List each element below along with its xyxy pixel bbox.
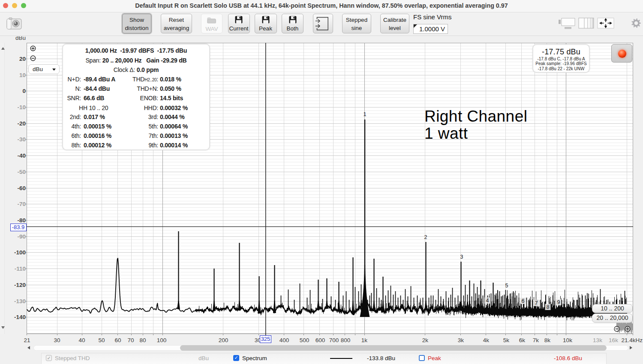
svg-text:-100: -100 xyxy=(14,249,26,256)
svg-text:80: 80 xyxy=(139,337,146,343)
svg-text:1: 1 xyxy=(364,111,367,117)
svg-text:70: 70 xyxy=(127,337,134,343)
svg-text:10: 10 xyxy=(19,72,26,78)
svg-text:-90: -90 xyxy=(17,233,26,240)
svg-text:6k: 6k xyxy=(519,337,526,343)
svg-text:8k: 8k xyxy=(544,337,551,343)
svg-text:7k: 7k xyxy=(533,337,539,343)
svg-text:800: 800 xyxy=(341,337,351,343)
svg-text:100: 100 xyxy=(157,337,167,343)
svg-text:21.4kHz: 21.4kHz xyxy=(621,337,643,343)
svg-text:0: 0 xyxy=(22,88,26,94)
svg-text:7: 7 xyxy=(535,300,538,306)
svg-text:200: 200 xyxy=(219,337,228,343)
svg-text:30: 30 xyxy=(54,337,60,343)
svg-text:5k: 5k xyxy=(503,337,510,343)
svg-text:3: 3 xyxy=(460,254,463,260)
svg-text:-110: -110 xyxy=(15,266,26,272)
svg-text:60: 60 xyxy=(114,337,121,343)
svg-text:-10: -10 xyxy=(17,104,26,110)
svg-text:40: 40 xyxy=(78,337,85,343)
svg-text:6: 6 xyxy=(522,298,525,304)
svg-text:-140: -140 xyxy=(14,314,26,320)
svg-text:13k: 13k xyxy=(593,337,602,343)
svg-text:400: 400 xyxy=(279,337,289,343)
svg-text:2k: 2k xyxy=(422,337,429,343)
svg-text:-120: -120 xyxy=(14,282,26,288)
svg-text:4k: 4k xyxy=(483,337,490,343)
svg-text:8: 8 xyxy=(547,304,550,310)
svg-text:20: 20 xyxy=(19,56,26,62)
svg-text:21: 21 xyxy=(24,337,30,343)
svg-text:-60: -60 xyxy=(17,185,26,191)
svg-text:dBu: dBu xyxy=(15,36,26,41)
svg-text:5: 5 xyxy=(505,283,508,289)
svg-text:2: 2 xyxy=(424,234,427,240)
svg-text:-40: -40 xyxy=(17,152,26,159)
svg-text:9: 9 xyxy=(557,299,560,305)
svg-text:-30: -30 xyxy=(17,136,26,143)
svg-text:10k: 10k xyxy=(563,337,572,343)
svg-text:4: 4 xyxy=(486,298,489,304)
svg-text:16k: 16k xyxy=(609,337,618,343)
svg-text:-50: -50 xyxy=(17,169,26,175)
svg-text:-130: -130 xyxy=(14,298,26,304)
svg-text:-70: -70 xyxy=(17,201,26,207)
svg-text:600: 600 xyxy=(315,337,325,343)
svg-text:-20: -20 xyxy=(17,120,26,127)
svg-text:-80: -80 xyxy=(17,217,26,224)
svg-text:700: 700 xyxy=(329,337,339,343)
svg-text:3k: 3k xyxy=(458,337,464,343)
svg-text:500: 500 xyxy=(300,337,309,343)
svg-text:50: 50 xyxy=(98,337,105,343)
svg-text:1k: 1k xyxy=(361,337,368,343)
